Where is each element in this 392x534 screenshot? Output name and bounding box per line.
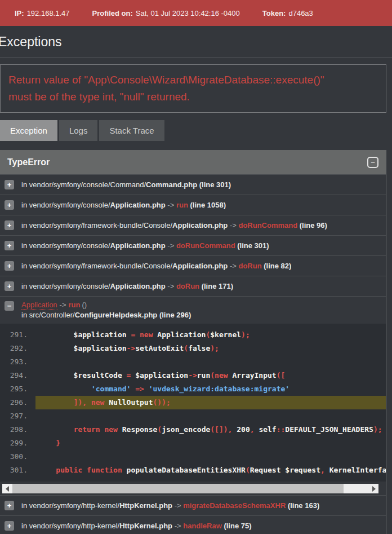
trace-frame-row[interactable]: +in vendor/symfony/http-kernel/HttpKerne… [0, 495, 386, 515]
frame-method: migrateDatabaseSchemaXHR [183, 501, 286, 510]
expanded-frame: − Application->run() in src/Controller/C… [0, 296, 386, 324]
code-text: $application->setAutoExit(false); [35, 342, 386, 355]
trace-frame-row[interactable]: +in vendor/symfony/framework-bundle/Cons… [0, 215, 386, 235]
code-text: public function populateDatabaseEntities… [35, 464, 386, 477]
expand-icon[interactable]: + [5, 180, 14, 189]
line-number: 296. [0, 396, 35, 409]
profiler-topbar: IP:192.168.1.47 Profiled on:Sat, 01 Jul … [0, 0, 392, 26]
topbar-token: Token:d746a3 [262, 9, 313, 17]
line-number: 300. [0, 450, 35, 464]
line-number: 301. [0, 464, 35, 477]
frame-line: (line 296) [159, 311, 191, 319]
code-line: 293. [0, 355, 386, 369]
scrollbar-thumb[interactable] [12, 484, 344, 493]
line-number: 293. [0, 355, 35, 369]
frame-file: ConfigureHelpdesk.php [75, 311, 158, 319]
exception-message-box: Return value of "App\Console\Wizard\Migr… [0, 64, 386, 113]
code-line: 297. [0, 409, 386, 423]
code-text [35, 409, 386, 423]
line-number: 297. [0, 409, 35, 423]
frame-method: handleRaw [183, 522, 222, 530]
code-line: 299. } [0, 436, 386, 450]
collapse-icon[interactable]: − [367, 157, 378, 168]
code-line: 298. return new Response(json_encode([])… [0, 423, 386, 436]
code-text: return new Response(json_encode([]), 200… [35, 423, 386, 436]
line-number: 295. [0, 382, 35, 396]
frame-method: run [69, 301, 81, 309]
code-line: 294. $resultCode = $application->run(new… [0, 369, 386, 382]
scroll-left-icon [6, 486, 9, 492]
trace-frame-row[interactable]: +in vendor/symfony/console/Command/Comma… [0, 174, 386, 195]
expand-icon[interactable]: + [5, 521, 14, 531]
frame-class: Application [21, 301, 57, 310]
code-text: } [35, 436, 386, 450]
code-line: 301. public function populateDatabaseEnt… [0, 464, 386, 477]
line-number: 294. [0, 369, 35, 382]
topbar-profiled-value: Sat, 01 Jul 2023 10:42:16 -0400 [136, 9, 240, 17]
code-block: 291. $application = new Application($ker… [0, 324, 386, 482]
code-line: 292. $application->setAutoExit(false); [0, 342, 386, 355]
expand-icon[interactable]: + [5, 501, 14, 510]
code-line: 291. $application = new Application($ker… [0, 328, 386, 342]
collapse-frame-icon[interactable]: − [5, 301, 14, 311]
frame-arrow: -> [60, 301, 66, 309]
exception-type: TypeError [7, 157, 50, 167]
code-text: $resultCode = $application->run(new Arra… [35, 369, 386, 382]
code-text: 'command' => 'uvdesk_wizard:database:mig… [35, 382, 386, 396]
horizontal-scrollbar[interactable] [2, 484, 378, 493]
topbar-profiled-label: Profiled on: [92, 9, 133, 17]
frame-text: in vendor/symfony/framework-bundle/Conso… [21, 221, 327, 230]
trace-frame-row[interactable]: +in vendor/symfony/framework-bundle/Cons… [0, 255, 386, 276]
topbar-profiled-on: Profiled on:Sat, 01 Jul 2023 10:42:16 -0… [92, 9, 240, 17]
exception-message: Return value of "App\Console\Wizard\Migr… [8, 72, 378, 105]
topbar-ip: IP:192.168.1.47 [15, 9, 70, 17]
trace-frame-row[interactable]: +in vendor/symfony/http-kernel/HttpKerne… [0, 515, 386, 534]
code-text [35, 355, 386, 369]
scroll-right-icon [372, 486, 376, 492]
expanded-frame-call: Application->run() [21, 301, 87, 309]
line-number: 299. [0, 436, 35, 450]
line-number: 291. [0, 328, 35, 342]
tab-exception[interactable]: Exception [0, 120, 57, 141]
topbar-ip-label: IP: [15, 9, 24, 17]
code-line: 300. [0, 450, 386, 464]
trace-frame-row[interactable]: +in vendor/symfony/console/Application.p… [0, 276, 386, 296]
frame-method: doRunCommand [238, 221, 297, 230]
frame-text: in vendor/symfony/console/Application.ph… [21, 241, 269, 250]
frame-text: in vendor/symfony/console/Application.ph… [21, 201, 226, 209]
frame-method: doRunCommand [176, 241, 235, 250]
code-text: ]), new NullOutput()); [35, 396, 386, 409]
topbar-token-label: Token: [262, 9, 286, 17]
code-text: $application = new Application($kernel); [35, 328, 386, 342]
frame-text: in vendor/symfony/http-kernel/HttpKernel… [21, 501, 319, 510]
expand-icon[interactable]: + [5, 261, 14, 271]
tabs: ExceptionLogsStack Trace [0, 120, 392, 141]
frame-text: in vendor/symfony/http-kernel/HttpKernel… [21, 522, 252, 530]
trace-frame-row[interactable]: +in vendor/symfony/console/Application.p… [0, 235, 386, 255]
expand-icon[interactable]: + [5, 220, 14, 230]
frame-text: in vendor/symfony/console/Application.ph… [21, 282, 233, 290]
exception-panel: TypeError − +in vendor/symfony/console/C… [0, 150, 386, 534]
expand-icon[interactable]: + [5, 281, 14, 291]
tab-stack-trace[interactable]: Stack Trace [99, 120, 164, 141]
scroll-right-button[interactable] [369, 484, 378, 493]
code-line: 295. 'command' => 'uvdesk_wizard:databas… [0, 382, 386, 396]
code-line-highlighted: 296. ]), new NullOutput()); [0, 396, 386, 409]
frame-text: in vendor/symfony/console/Command/Comman… [21, 180, 231, 189]
expand-icon[interactable]: + [5, 200, 14, 210]
tab-logs[interactable]: Logs [59, 120, 98, 141]
exception-type-header: TypeError − [0, 150, 386, 174]
frame-method: doRun [176, 282, 199, 290]
trace-frame-row[interactable]: +in vendor/symfony/console/Application.p… [0, 195, 386, 215]
code-text [35, 450, 386, 464]
expanded-frame-location: in src/Controller/ConfigureHelpdesk.php … [21, 311, 191, 319]
scroll-left-button[interactable] [2, 484, 12, 493]
frame-location-prefix: in src/Controller/ [21, 311, 75, 319]
frame-args: () [82, 301, 87, 309]
trace-list-bottom: +in vendor/symfony/http-kernel/HttpKerne… [0, 495, 386, 534]
page-title: Exceptions [0, 34, 392, 58]
trace-list-top: +in vendor/symfony/console/Command/Comma… [0, 174, 386, 296]
expand-icon[interactable]: + [5, 241, 14, 250]
topbar-token-value: d746a3 [288, 9, 313, 17]
frame-method: run [176, 201, 188, 209]
